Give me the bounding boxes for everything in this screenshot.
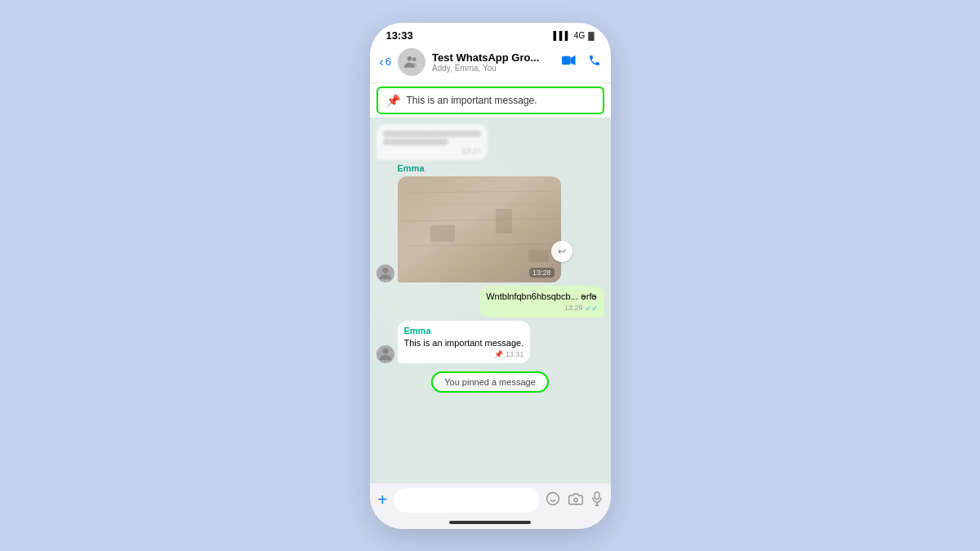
important-msg-text: This is an important message. <box>404 337 524 349</box>
home-indicator <box>370 518 611 529</box>
forward-button[interactable]: ↩ <box>551 241 572 262</box>
sender-name-emma-2: Emma <box>404 326 524 335</box>
network-type: 4G <box>574 31 585 40</box>
svg-point-4 <box>382 267 388 273</box>
svg-point-20 <box>573 498 577 502</box>
sender-name-emma: Emma <box>398 163 561 175</box>
svg-point-0 <box>408 56 412 60</box>
message-row-1: 13:27 <box>376 124 604 160</box>
image-bubble: 13:28 <box>398 176 561 282</box>
message-row-3: Wntblnfqbn6hbsqbcb... ərfə 13:29 ✓✓ <box>376 286 604 318</box>
chat-area: 13:27 Emma <box>370 118 611 482</box>
input-bar: + <box>370 482 611 518</box>
pin-icon: 📌 <box>386 94 400 107</box>
image-time: 13:28 <box>529 268 555 278</box>
voice-call-icon[interactable] <box>588 54 601 70</box>
image-bubble-container: Emma <box>398 163 561 282</box>
sticker-icon[interactable] <box>546 491 560 509</box>
battery-icon: ▓ <box>588 31 594 40</box>
svg-rect-14 <box>496 209 512 233</box>
message-row-4: Emma This is an important message. 📌 13:… <box>376 321 604 363</box>
blur-line-1 <box>383 131 481 137</box>
image-placeholder: 13:28 <box>398 176 561 282</box>
sent-bubble: Wntblnfqbn6hbsqbcb... ərfə 13:29 ✓✓ <box>479 286 604 318</box>
system-notification: You pinned a message <box>376 371 604 393</box>
sent-time: 13:29 ✓✓ <box>486 304 597 313</box>
svg-point-1 <box>412 57 416 61</box>
group-avatar-icon <box>403 54 420 70</box>
back-count: 6 <box>385 56 391 68</box>
back-button[interactable]: ‹ 6 <box>380 55 392 69</box>
important-bubble: Emma This is an important message. 📌 13:… <box>398 321 531 363</box>
pinned-message-text: This is an important message. <box>407 95 537 106</box>
back-chevron-icon: ‹ <box>380 55 384 69</box>
header-actions <box>562 54 601 70</box>
svg-point-16 <box>382 349 388 354</box>
sent-text: Wntblnfqbn6hbsqbcb... ərfə <box>486 291 597 302</box>
emma-avatar-1 <box>376 264 394 282</box>
svg-rect-2 <box>562 56 571 64</box>
video-call-icon[interactable] <box>562 55 577 69</box>
status-bar: 13:33 ▌▌▌ 4G ▓ <box>370 23 611 45</box>
important-msg-time: 📌 13:31 <box>404 350 524 358</box>
status-time: 13:33 <box>386 29 413 42</box>
blur-line-2 <box>383 139 448 145</box>
pinned-notification-bubble[interactable]: You pinned a message <box>431 371 549 393</box>
chat-name[interactable]: Test WhatsApp Gro... <box>432 51 555 64</box>
status-icons: ▌▌▌ 4G ▓ <box>554 31 595 40</box>
svg-point-17 <box>546 492 559 504</box>
pinned-notification-text: You pinned a message <box>444 377 536 387</box>
signal-icon: ▌▌▌ <box>554 31 571 40</box>
emma-avatar-2 <box>376 345 394 363</box>
svg-rect-21 <box>595 491 599 499</box>
pin-small-icon: 📌 <box>494 350 503 358</box>
blurry-bubble: 13:27 <box>376 124 488 160</box>
message-input[interactable] <box>394 488 538 513</box>
svg-rect-6 <box>398 176 561 282</box>
pinned-message-bar[interactable]: 📌 This is an important message. <box>376 87 604 114</box>
group-avatar <box>398 48 425 76</box>
chat-members: Addy, Emma, You <box>432 64 555 73</box>
input-action-icons <box>546 491 603 509</box>
svg-rect-13 <box>430 225 455 242</box>
stone-image <box>398 176 561 282</box>
home-bar <box>449 521 531 524</box>
chat-info: Test WhatsApp Gro... Addy, Emma, You <box>432 51 555 73</box>
camera-icon[interactable] <box>568 492 583 509</box>
microphone-icon[interactable] <box>591 491 603 509</box>
msg-time-1: 13:27 <box>383 147 481 155</box>
phone-frame: 13:33 ▌▌▌ 4G ▓ ‹ 6 Test WhatsApp Gro... … <box>370 23 611 529</box>
add-attachment-button[interactable]: + <box>378 491 388 509</box>
svg-marker-3 <box>570 56 575 65</box>
chat-header: ‹ 6 Test WhatsApp Gro... Addy, Emma, You <box>370 45 611 83</box>
svg-rect-15 <box>528 250 549 262</box>
read-receipt-icon: ✓✓ <box>585 304 598 313</box>
message-row-2: Emma <box>376 163 604 282</box>
